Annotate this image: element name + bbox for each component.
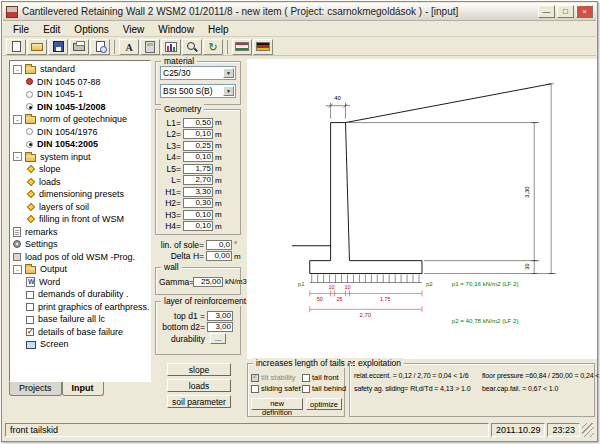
open-button[interactable] bbox=[27, 39, 47, 55]
durability-button[interactable]: ... bbox=[210, 333, 226, 344]
loads-button[interactable]: loads bbox=[167, 379, 231, 392]
menu-options[interactable]: Options bbox=[67, 23, 115, 36]
checkbox-label: tilt stability bbox=[261, 373, 296, 382]
tree-item-din-1054-1976[interactable]: DIN 1054/1976 bbox=[10, 126, 150, 139]
tab-input[interactable]: Input bbox=[62, 382, 104, 396]
tree-item-dimensioning-presets[interactable]: dimensioning presets bbox=[10, 188, 150, 201]
tree-item-loads[interactable]: loads bbox=[10, 176, 150, 189]
expander-icon[interactable]: - bbox=[13, 152, 22, 161]
tree-item-output[interactable]: -Output bbox=[10, 263, 150, 276]
dropdown-arrow-icon[interactable]: ▼ bbox=[223, 68, 234, 78]
field-input-delta-h[interactable]: 0,00 bbox=[206, 251, 232, 261]
exploitation-line: safety ag. sliding= Rt,d/Td = 4,13 > 1.0 bbox=[354, 385, 482, 392]
menu-help[interactable]: Help bbox=[201, 23, 236, 36]
checkbox-icon bbox=[251, 374, 259, 382]
field-input-l[interactable]: 2,70 bbox=[183, 175, 213, 185]
tree-item-layers-of-soil[interactable]: layers of soil bbox=[10, 201, 150, 214]
field-input-h1[interactable]: 3,30 bbox=[183, 187, 213, 197]
field-input-l4[interactable]: 0,10 bbox=[183, 152, 213, 162]
expander-icon[interactable]: - bbox=[13, 115, 22, 124]
chart-button[interactable] bbox=[161, 39, 181, 55]
gamma-row: Gamma= 25,00 kN/m3 bbox=[156, 276, 240, 288]
field-row-h4: H4=0,10m bbox=[156, 221, 240, 233]
gamma-input[interactable]: 25,00 bbox=[193, 277, 223, 287]
checkbox-tilt-stability[interactable]: tilt stability bbox=[251, 372, 301, 383]
save-button[interactable] bbox=[48, 39, 68, 55]
field-input-top-d1[interactable]: 3,00 bbox=[207, 311, 233, 321]
field-input-l3[interactable]: 0,25 bbox=[183, 141, 213, 151]
tree-item-screen[interactable]: Screen bbox=[10, 338, 150, 351]
tree-item-base-failure-all-lc[interactable]: base failure all lc bbox=[10, 313, 150, 326]
field-input-l1[interactable]: 0,50 bbox=[183, 118, 213, 128]
resize-grip[interactable] bbox=[582, 423, 594, 437]
field-unit: m bbox=[213, 130, 222, 139]
field-input-l2[interactable]: 0,10 bbox=[183, 129, 213, 139]
checkbox-tail-front[interactable]: tail front bbox=[302, 372, 346, 383]
tree-item-details-of-base-failure[interactable]: details of base failure bbox=[10, 326, 150, 339]
tab-projects[interactable]: Projects bbox=[9, 382, 62, 396]
flag-germany-icon bbox=[256, 42, 270, 51]
minimize-button[interactable]: — bbox=[538, 5, 555, 18]
flag-germany-button[interactable] bbox=[253, 39, 273, 55]
field-input-bottom-d2[interactable]: 3,00 bbox=[207, 322, 233, 332]
word-icon bbox=[26, 277, 35, 287]
field-row-l1: L1=0,50m bbox=[156, 117, 240, 129]
svg-text:10: 10 bbox=[344, 284, 350, 290]
save-icon bbox=[53, 41, 64, 52]
diamond-icon bbox=[27, 178, 35, 186]
tree-item-load-pos-of-old-wsm-prog[interactable]: load pos of old WSM -Prog. bbox=[10, 251, 150, 264]
expander-icon[interactable]: - bbox=[13, 265, 22, 274]
field-input-lin-of-sole[interactable]: 0,0 bbox=[206, 240, 232, 250]
toolbar bbox=[3, 38, 596, 56]
field-input-h4[interactable]: 0,10 bbox=[183, 221, 213, 231]
field-input-h3[interactable]: 0,10 bbox=[183, 210, 213, 220]
tree-item-standard[interactable]: -standard bbox=[10, 63, 150, 76]
menu-window[interactable]: Window bbox=[151, 23, 201, 36]
p2-value-text: p2 = 40,78 kN/m2 (LF 2) bbox=[452, 317, 519, 324]
optimize-button[interactable]: optimize bbox=[306, 398, 342, 410]
svg-text:50: 50 bbox=[317, 296, 323, 302]
refresh-button[interactable] bbox=[203, 39, 223, 55]
dropdown-arrow-icon[interactable]: ▼ bbox=[223, 86, 234, 96]
checkbox-sliding-safety[interactable]: sliding safety bbox=[251, 383, 301, 394]
new-definition-button[interactable]: new definition bbox=[251, 398, 303, 410]
menu-bar: FileEditOptionsViewWindowHelp bbox=[3, 22, 596, 37]
tree-item-norm-of-geotechnique[interactable]: -norm of geotechnique bbox=[10, 113, 150, 126]
tree-item-din-1045-1[interactable]: DIN 1045-1 bbox=[10, 88, 150, 101]
new-button[interactable] bbox=[6, 39, 26, 55]
steel-select[interactable]: BSt 500 S(B) ▼ bbox=[160, 84, 236, 98]
menu-edit[interactable]: Edit bbox=[36, 23, 67, 36]
tree-item-word[interactable]: Word bbox=[10, 276, 150, 289]
close-button[interactable]: × bbox=[576, 5, 593, 18]
preview-button[interactable] bbox=[90, 39, 110, 55]
tree-item-slope[interactable]: slope bbox=[10, 163, 150, 176]
field-input-l5[interactable]: 1,75 bbox=[183, 164, 213, 174]
maximize-button[interactable]: □ bbox=[557, 5, 574, 18]
field-input-h2[interactable]: 0,30 bbox=[183, 198, 213, 208]
tree-item-din-1054-2005[interactable]: DIN 1054:2005 bbox=[10, 138, 150, 151]
menu-view[interactable]: View bbox=[116, 23, 152, 36]
soil-parameter-button[interactable]: soil parameter bbox=[167, 395, 231, 408]
exploitation-line: bear.cap.fail. = 0,67 < 1.0 bbox=[482, 385, 600, 392]
tree-item-print-graphics-of-earthpress[interactable]: print graphics of earthpress. bbox=[10, 301, 150, 314]
tree-item-remarks[interactable]: remarks bbox=[10, 226, 150, 239]
zoom-button[interactable] bbox=[182, 39, 202, 55]
tree-item-demands-of-durability[interactable]: demands of durability . bbox=[10, 288, 150, 301]
tree-item-din-1045-07-88[interactable]: DIN 1045 07-88 bbox=[10, 76, 150, 89]
menu-file[interactable]: File bbox=[6, 23, 36, 36]
tree-item-system-input[interactable]: -system input bbox=[10, 151, 150, 164]
tree-item-label: layers of soil bbox=[38, 202, 89, 212]
slope-button[interactable]: slope bbox=[167, 363, 231, 376]
screen-icon bbox=[26, 341, 36, 349]
calc-button[interactable] bbox=[140, 39, 160, 55]
tree-item-filling-in-front-of-wsm[interactable]: filling in front of WSM bbox=[10, 213, 150, 226]
tree-item-settings[interactable]: Settings bbox=[10, 238, 150, 251]
concrete-select[interactable]: C25/30 ▼ bbox=[160, 66, 236, 80]
expander-icon[interactable]: - bbox=[13, 65, 22, 74]
tree-item-din-1045-1-2008[interactable]: DIN 1045-1/2008 bbox=[10, 101, 150, 114]
flag-hungary-button[interactable] bbox=[232, 39, 252, 55]
print-button[interactable] bbox=[69, 39, 89, 55]
reinforcement-group: layer of reinforcement top d1 =3,00botto… bbox=[155, 301, 241, 355]
font-button[interactable] bbox=[119, 39, 139, 55]
checkbox-tail-behind[interactable]: tail behind bbox=[302, 383, 346, 394]
